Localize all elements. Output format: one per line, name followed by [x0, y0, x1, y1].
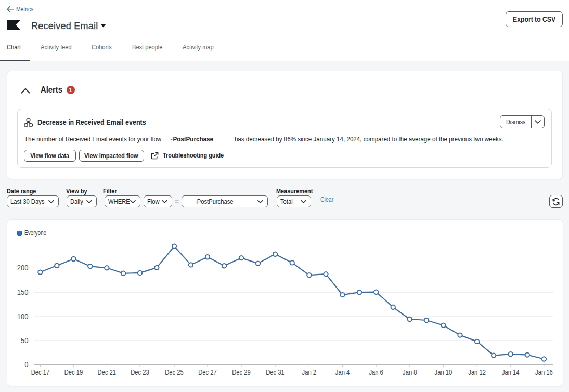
svg-text:Dec 21: Dec 21 — [98, 368, 116, 376]
svg-text:Jan 14: Jan 14 — [502, 368, 520, 376]
svg-text:Jan 12: Jan 12 — [468, 368, 486, 376]
svg-text:Dec 29: Dec 29 — [232, 368, 250, 376]
svg-text:Dec 25: Dec 25 — [165, 368, 183, 376]
svg-text:50: 50 — [21, 336, 29, 345]
svg-text:100: 100 — [17, 312, 29, 321]
svg-text:Jan 16: Jan 16 — [535, 368, 553, 376]
svg-text:0: 0 — [24, 360, 28, 369]
svg-text:200: 200 — [17, 263, 29, 272]
svg-text:150: 150 — [17, 288, 29, 296]
svg-text:Jan 10: Jan 10 — [435, 368, 452, 376]
svg-text:Dec 17: Dec 17 — [31, 368, 49, 376]
svg-text:Jan 6: Jan 6 — [369, 368, 383, 376]
svg-text:Dec 31: Dec 31 — [266, 368, 284, 376]
svg-text:Dec 27: Dec 27 — [198, 368, 216, 376]
svg-text:Jan 8: Jan 8 — [403, 368, 417, 376]
svg-text:Dec 23: Dec 23 — [131, 368, 149, 376]
svg-text:Jan 4: Jan 4 — [335, 368, 350, 376]
svg-text:Jan 2: Jan 2 — [302, 368, 316, 376]
svg-text:Dec 19: Dec 19 — [64, 368, 83, 376]
